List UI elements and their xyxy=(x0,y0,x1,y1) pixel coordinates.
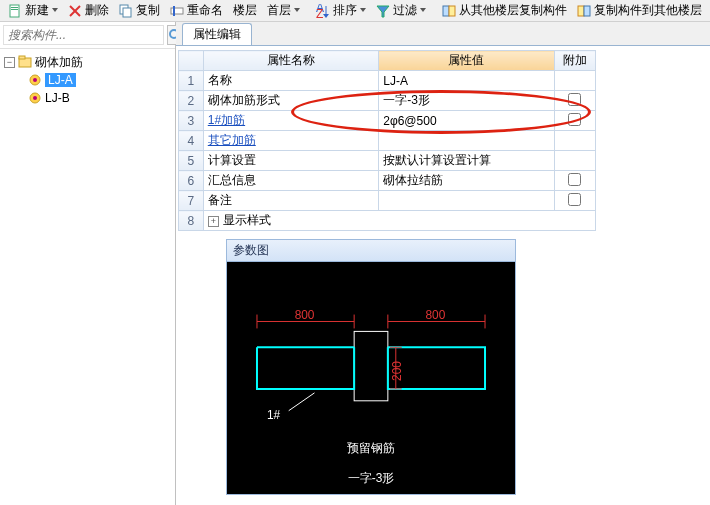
table-row[interactable]: 1 名称 LJ-A xyxy=(179,71,596,91)
prop-value[interactable]: 2φ6@500 xyxy=(379,111,554,131)
table-row[interactable]: 6 汇总信息 砌体拉结筋 xyxy=(179,171,596,191)
svg-rect-1 xyxy=(11,7,18,8)
new-icon xyxy=(8,4,22,18)
svg-rect-36 xyxy=(354,331,388,400)
first-floor-label: 首层 xyxy=(267,2,291,19)
copy-label: 复制 xyxy=(136,2,160,19)
svg-rect-20 xyxy=(578,6,584,16)
sort-button[interactable]: AZ 排序 xyxy=(312,1,370,21)
left-pane: − 砌体加筋 LJ-A LJ-B xyxy=(0,22,176,505)
tree-item-lj-b[interactable]: LJ-B xyxy=(2,89,173,107)
name-header: 属性名称 xyxy=(203,51,378,71)
svg-rect-7 xyxy=(123,8,131,17)
rownum: 2 xyxy=(179,91,204,111)
table-row[interactable]: 2 砌体加筋形式 一字-3形 xyxy=(179,91,596,111)
svg-rect-8 xyxy=(171,8,183,14)
rownum-header xyxy=(179,51,204,71)
extra-checkbox[interactable] xyxy=(568,173,581,186)
property-table: 属性名称 属性值 附加 1 名称 LJ-A 2 砌体加筋形式 一字-3形 xyxy=(178,50,596,231)
table-row-collapsed[interactable]: 8 +显示样式 xyxy=(179,211,596,231)
rebar-tag: 1# xyxy=(267,408,281,422)
dim-right: 800 xyxy=(426,308,446,322)
table-header-row: 属性名称 属性值 附加 xyxy=(179,51,596,71)
collapse-icon[interactable]: − xyxy=(4,57,15,68)
svg-point-29 xyxy=(33,96,37,100)
rownum: 6 xyxy=(179,171,204,191)
copy-button[interactable]: 复制 xyxy=(115,1,164,21)
svg-marker-3 xyxy=(52,8,58,12)
prop-value[interactable] xyxy=(379,191,554,211)
rownum: 1 xyxy=(179,71,204,91)
svg-rect-2 xyxy=(11,9,18,10)
extra-checkbox[interactable] xyxy=(568,193,581,206)
prop-extra xyxy=(554,71,595,91)
prop-value[interactable]: LJ-A xyxy=(379,71,554,91)
copy-to-icon xyxy=(577,4,591,18)
extra-checkbox[interactable] xyxy=(568,93,581,106)
copy-from-layer-button[interactable]: 从其他楼层复制构件 xyxy=(438,1,571,21)
rownum: 4 xyxy=(179,131,204,151)
dim-height: 200 xyxy=(390,361,404,381)
table-row[interactable]: 4 其它加筋 xyxy=(179,131,596,151)
delete-label: 删除 xyxy=(85,2,109,19)
tab-properties[interactable]: 属性编辑 xyxy=(182,23,252,45)
search-input[interactable] xyxy=(3,25,164,45)
svg-marker-15 xyxy=(360,8,366,12)
right-pane: 属性编辑 属性名称 属性值 附加 1 名称 LJ-A 2 xyxy=(176,22,710,505)
param-diagram: 800 800 200 1# xyxy=(226,261,516,495)
collapsed-group[interactable]: +显示样式 xyxy=(203,211,595,231)
prop-name: 汇总信息 xyxy=(203,171,378,191)
rownum: 3 xyxy=(179,111,204,131)
tree-item-lj-a[interactable]: LJ-A xyxy=(2,71,173,89)
prop-name[interactable]: 其它加筋 xyxy=(203,131,378,151)
table-row[interactable]: 7 备注 xyxy=(179,191,596,211)
value-header: 属性值 xyxy=(379,51,554,71)
filter-label: 过滤 xyxy=(393,2,417,19)
component-tree: − 砌体加筋 LJ-A LJ-B xyxy=(0,49,175,111)
svg-line-40 xyxy=(289,393,315,411)
filter-icon xyxy=(376,4,390,18)
prop-name: 备注 xyxy=(203,191,378,211)
rename-icon xyxy=(170,4,184,18)
sort-label: 排序 xyxy=(333,2,357,19)
layer-button[interactable]: 楼层 xyxy=(229,1,261,21)
svg-marker-14 xyxy=(323,14,329,18)
prop-name[interactable]: 1#加筋 xyxy=(203,111,378,131)
tab-strip: 属性编辑 xyxy=(176,22,710,46)
prop-value[interactable] xyxy=(379,131,554,151)
copy-to-label: 复制构件到其他楼层 xyxy=(594,2,702,19)
svg-rect-18 xyxy=(443,6,449,16)
component-icon xyxy=(28,73,42,87)
table-row[interactable]: 3 1#加筋 2φ6@500 xyxy=(179,111,596,131)
svg-rect-21 xyxy=(584,6,590,16)
svg-marker-16 xyxy=(377,6,389,17)
extra-header: 附加 xyxy=(554,51,595,71)
copy-from-label: 从其他楼层复制构件 xyxy=(459,2,567,19)
prop-value[interactable]: 一字-3形 xyxy=(379,91,554,111)
first-floor-button[interactable]: 首层 xyxy=(263,1,304,21)
delete-button[interactable]: 删除 xyxy=(64,1,113,21)
copy-from-icon xyxy=(442,4,456,18)
tree-root-label: 砌体加筋 xyxy=(35,54,83,71)
rename-button[interactable]: 重命名 xyxy=(166,1,227,21)
new-button[interactable]: 新建 xyxy=(4,1,62,21)
prop-value[interactable]: 按默认计算设置计算 xyxy=(379,151,554,171)
table-row[interactable]: 5 计算设置 按默认计算设置计算 xyxy=(179,151,596,171)
layer-label: 楼层 xyxy=(233,2,257,19)
copy-to-layer-button[interactable]: 复制构件到其他楼层 xyxy=(573,1,706,21)
extra-checkbox[interactable] xyxy=(568,113,581,126)
expand-icon[interactable]: + xyxy=(208,216,219,227)
prop-extra xyxy=(554,151,595,171)
filter-button[interactable]: 过滤 xyxy=(372,1,430,21)
component-icon xyxy=(28,91,42,105)
delete-icon xyxy=(68,4,82,18)
tree-root[interactable]: − 砌体加筋 xyxy=(2,53,173,71)
param-diagram-panel: 参数图 800 800 xyxy=(226,239,516,498)
dropdown-icon xyxy=(360,8,366,14)
prop-value[interactable]: 砌体拉结筋 xyxy=(379,171,554,191)
sort-icon: AZ xyxy=(316,4,330,18)
svg-rect-19 xyxy=(449,6,455,16)
folder-icon xyxy=(18,55,32,69)
main-toolbar: 新建 删除 复制 重命名 楼层 首层 AZ 排序 过滤 从其他楼层复制构件 复制… xyxy=(0,0,710,22)
dim-left: 800 xyxy=(295,308,315,322)
